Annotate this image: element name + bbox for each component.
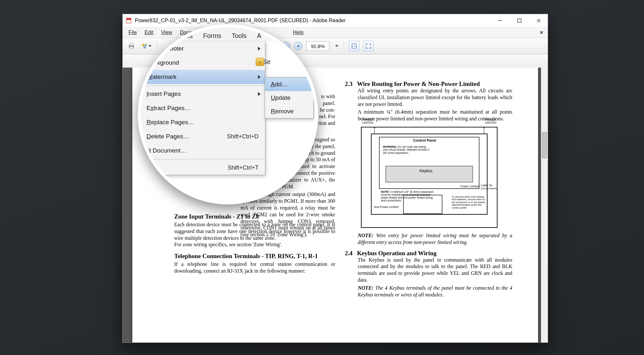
- fit-width-icon[interactable]: [349, 41, 359, 51]
- dropdown-icon[interactable]: [268, 45, 271, 47]
- window-title: Power832_CP-01_v3-2_IM_EN_NA-UL_29034674…: [135, 18, 346, 23]
- body-text: ent. These PGMs can be used to activate …: [241, 163, 335, 190]
- desktop: Power832_CP-01_v3-2_IM_EN_NA-UL_29034674…: [0, 0, 644, 355]
- pdf-page: te with panel. be con- nel. For tion and…: [132, 68, 538, 342]
- svg-rect-7: [130, 43, 133, 45]
- svg-point-9: [142, 44, 145, 46]
- text-fragment: be con-: [174, 107, 335, 114]
- toolbar-separator: [157, 41, 157, 51]
- svg-text:COM: COM: [193, 191, 202, 194]
- window-controls: [497, 17, 546, 24]
- collab-icon[interactable]: [141, 41, 152, 51]
- print-icon[interactable]: [126, 41, 137, 51]
- text-fragment: ll switch to ground: [241, 150, 335, 157]
- toolbar-separator: [344, 41, 344, 51]
- svg-point-10: [145, 44, 147, 46]
- menu-file[interactable]: File: [125, 28, 140, 37]
- zoom-in-button[interactable]: +: [294, 42, 302, 50]
- wiring-diagram: POWER LIMITED POWER LIMITED: [361, 127, 497, 228]
- menu-help[interactable]: Help: [290, 28, 307, 37]
- text-fragment: s designed so: [241, 136, 335, 143]
- svg-text:DSC: DSC: [200, 160, 210, 165]
- fit-page-icon[interactable]: [363, 41, 374, 51]
- body-text: Each detection device must be connected …: [174, 221, 335, 241]
- vertical-scrollbar[interactable]: [541, 68, 548, 342]
- menu-spacer: [208, 31, 289, 34]
- svg-rect-8: [130, 47, 133, 49]
- toolbar: – + 92,8%: [123, 38, 548, 54]
- svg-point-11: [143, 46, 146, 49]
- menu-edit[interactable]: Edit: [141, 28, 157, 37]
- body-text: The Keybus is used by the panel to commu…: [358, 257, 512, 284]
- note-text: NOTE: The 4 Keybus terminals of the pane…: [358, 285, 512, 298]
- svg-text:RM-1C: RM-1C: [198, 165, 212, 170]
- zoom-out-button[interactable]: –: [282, 42, 290, 50]
- minimize-button[interactable]: [497, 17, 503, 24]
- body-text: All wiring entry points are designated b…: [358, 88, 512, 107]
- text-fragment: tion and: [174, 120, 335, 127]
- left-column: te with panel. be con- nel. For tion and…: [174, 93, 335, 275]
- note-text: NOTE: Wire entry for power limited wirin…: [358, 232, 512, 246]
- document-area: te with panel. be con- nel. For tion and…: [123, 68, 548, 342]
- zoom-dropdown-icon[interactable]: [335, 45, 338, 47]
- titlebar: Power832_CP-01_v3-2_IM_EN_NA-UL_29034674…: [123, 14, 548, 27]
- menubar: File Edit View Document Help ×: [123, 27, 548, 38]
- section-heading: 2.3 Wire Routing for Power & Non-Power L…: [345, 80, 512, 88]
- text-fragment: ed by the panel,: [241, 143, 335, 150]
- close-button[interactable]: [535, 17, 542, 24]
- text-fragment: te with: [174, 93, 335, 100]
- pdf-icon: [126, 17, 132, 24]
- zoom-value[interactable]: 92,8%: [306, 41, 329, 51]
- menu-view[interactable]: View: [158, 28, 175, 37]
- body-text: If a telephone line is required for cent…: [174, 261, 335, 275]
- svg-text:NC: NC: [202, 191, 207, 194]
- svg-rect-3: [518, 19, 521, 23]
- section-heading: 2.4 Keybus Operation and Wiring: [345, 250, 512, 257]
- toolbar-separator: [276, 41, 277, 51]
- right-column: 2.3 Wire Routing for Power & Non-Power L…: [345, 80, 512, 298]
- text-fragment: panel.: [174, 100, 335, 107]
- svg-text:NO: NO: [210, 191, 215, 194]
- menu-document[interactable]: Document: [177, 28, 207, 37]
- scrollbar-thumb[interactable]: [542, 132, 547, 158]
- text-fragment: nel. For: [174, 113, 335, 120]
- maximize-button[interactable]: [516, 17, 523, 24]
- findbar: [123, 54, 548, 69]
- body-text: For zone wiring specifics, see section '…: [174, 241, 335, 248]
- text-fragment: sink up to 50 mA of: [241, 156, 335, 163]
- section-heading: Telephone Connection Terminals - TIP, RI…: [174, 253, 335, 260]
- menubar-close-icon[interactable]: ×: [538, 29, 545, 36]
- app-window: Power832_CP-01_v3-2_IM_EN_NA-UL_29034674…: [122, 14, 548, 343]
